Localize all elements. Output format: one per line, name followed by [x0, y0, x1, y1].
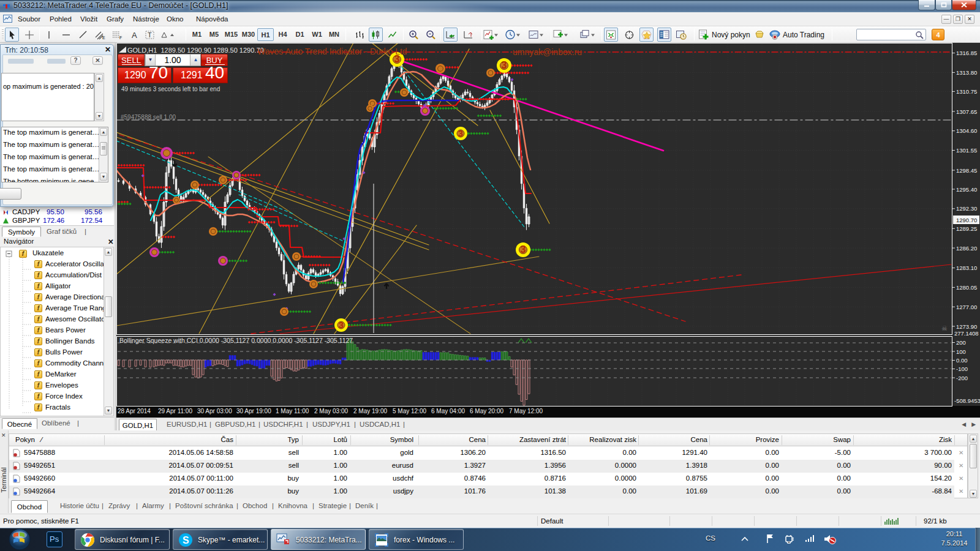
svg-text:umnyak@inbox.ru: umnyak@inbox.ru	[513, 47, 582, 57]
svg-text:277.1408: 277.1408	[954, 330, 979, 337]
svg-text:7 May 12:00: 7 May 12:00	[509, 408, 543, 414]
svg-text:1283.10: 1283.10	[956, 264, 977, 271]
svg-text:1277.00: 1277.00	[956, 304, 977, 310]
svg-text:1286.20: 1286.20	[956, 245, 977, 252]
svg-text:GOLD,H1 1289.50 1290.90 1289.: GOLD,H1 1289.50 1290.90 1289.50 1290.70	[127, 47, 264, 54]
svg-text:100: 100	[956, 348, 966, 355]
svg-text:T: T	[148, 31, 152, 39]
svg-text:E: E	[102, 36, 105, 40]
svg-text:2 May 03:00: 2 May 03:00	[314, 408, 348, 414]
svg-text:29 Apr 11:00: 29 Apr 11:00	[158, 408, 192, 414]
svg-text:200: 200	[956, 339, 966, 346]
svg-text:3: 3	[521, 244, 526, 255]
svg-text:28 Apr 2014: 28 Apr 2014	[118, 408, 151, 414]
svg-text:1316.85: 1316.85	[956, 50, 977, 56]
svg-text:F: F	[119, 36, 122, 40]
svg-text:A: A	[132, 31, 137, 40]
svg-text:1301.55: 1301.55	[956, 147, 977, 154]
svg-text:1 May 11:00: 1 May 11:00	[276, 408, 309, 414]
svg-text:3: 3	[339, 320, 344, 330]
svg-text:☠: ☠	[941, 324, 948, 332]
svg-text:6 May 20:00: 6 May 20:00	[470, 408, 503, 414]
svg-text:1298.45: 1298.45	[956, 167, 977, 174]
svg-text:1292.30: 1292.30	[956, 205, 977, 212]
svg-text:1313.80: 1313.80	[956, 69, 977, 76]
svg-text:30 Apr 03:00: 30 Apr 03:00	[197, 408, 232, 414]
svg-text:1280.05: 1280.05	[956, 284, 977, 291]
svg-text:1289.25: 1289.25	[956, 225, 977, 232]
svg-text:1304.60: 1304.60	[956, 127, 977, 134]
svg-text:-100: -100	[956, 365, 968, 372]
svg-text:6 May 04:00: 6 May 04:00	[431, 408, 465, 414]
svg-text:3: 3	[502, 60, 507, 70]
svg-text:1310.75: 1310.75	[956, 88, 977, 95]
svg-text:30 Apr 19:00: 30 Apr 19:00	[236, 408, 271, 414]
svg-text:1290.70: 1290.70	[956, 217, 977, 223]
svg-text:5 May 12:00: 5 May 12:00	[393, 408, 426, 414]
svg-text:Waves Auto Trend Indicator - D: Waves Auto Trend Indicator - Durko Ltd	[257, 47, 407, 56]
svg-text:3: 3	[458, 128, 463, 138]
svg-text:S: S	[183, 535, 189, 545]
svg-text:-508.9453: -508.9453	[954, 397, 980, 404]
svg-text:-200: -200	[956, 375, 968, 381]
svg-text:1307.65: 1307.65	[956, 108, 977, 115]
svg-text:1273.90: 1273.90	[956, 323, 977, 330]
svg-text:0.00: 0.00	[956, 357, 968, 364]
svg-text:#59475888 sell 1.00: #59475888 sell 1.00	[121, 114, 176, 121]
svg-text:2 May 19:00: 2 May 19:00	[353, 408, 387, 414]
svg-text:1295.40: 1295.40	[956, 186, 977, 193]
svg-text:Bollinger Squeeze with CCI 0.0: Bollinger Squeeze with CCI 0.0000 -305.1…	[119, 337, 353, 344]
